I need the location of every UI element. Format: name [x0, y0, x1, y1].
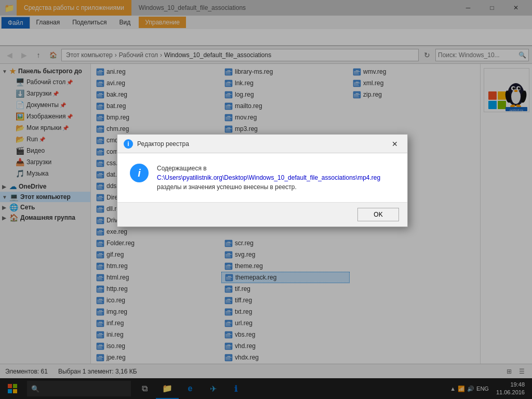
dialog-close-button[interactable]: ✕ [389, 138, 401, 150]
dialog-title: Редактор реестра [137, 140, 389, 148]
registry-dialog: i Редактор реестра ✕ i Содержащиеся в C:… [117, 134, 408, 227]
dialog-path: C:\Users\pyatilistnik.org\Desktop\Window… [157, 174, 380, 181]
dialog-message: Содержащиеся в C:\Users\pyatilistnik.org… [157, 164, 395, 192]
dialog-footer: OK [117, 202, 407, 227]
dialog-title-icon: i [124, 139, 133, 149]
dialog-info-icon: i [130, 164, 149, 182]
dialog-overlay: i Редактор реестра ✕ i Содержащиеся в C:… [0, 0, 532, 399]
dialog-titlebar: i Редактор реестра ✕ [117, 135, 407, 153]
ok-button[interactable]: OK [357, 208, 399, 221]
dialog-body: i Содержащиеся в C:\Users\pyatilistnik.o… [117, 153, 407, 202]
